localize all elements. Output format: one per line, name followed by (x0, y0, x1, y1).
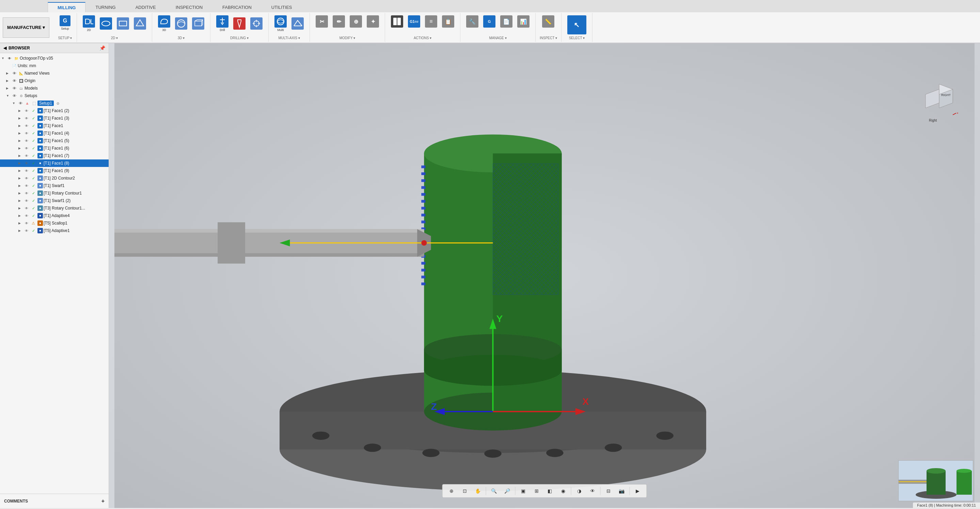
item-eye-6[interactable]: 👁 (24, 153, 29, 158)
actions-3[interactable]: ≡ (423, 14, 439, 29)
item-expand-12[interactable]: ▶ (18, 199, 23, 203)
modify-scissors[interactable]: ✂ (314, 14, 329, 29)
tree-item-8[interactable]: ▶ 👁 ✓ ■ [T1] Face1 (9) (0, 167, 109, 174)
browser-collapse-icon[interactable]: ◀ (3, 46, 6, 50)
item-eye-13[interactable]: 👁 (24, 206, 29, 211)
2d-3-button[interactable] (115, 16, 131, 31)
tree-units[interactable]: 📄 Units: mm (0, 62, 109, 70)
zoom-fit-button[interactable]: 🔎 (501, 486, 514, 496)
item-eye-2[interactable]: 👁 (24, 123, 29, 128)
origin-eye[interactable]: 👁 (11, 78, 17, 83)
tree-item-0[interactable]: ▶ 👁 ✓ ■ [T1] Face1 (2) (0, 107, 109, 115)
item-eye-1[interactable]: 👁 (24, 115, 29, 121)
tree-named-views[interactable]: ▶ 👁 📐 Named Views (0, 70, 109, 77)
tree-item-11[interactable]: ▶ 👁 ✓ ■ [T1] Rotary Contour1 (0, 190, 109, 197)
display-settings-button[interactable]: ◧ (544, 486, 556, 496)
tree-item-13[interactable]: ▶ 👁 ✓ ■ [T3] Rotary Contour1... (0, 204, 109, 212)
tree-item-5[interactable]: ▶ 👁 ✓ ■ [T1] Face1 (6) (0, 144, 109, 152)
drilling-3-button[interactable] (248, 16, 264, 31)
more-tools-button[interactable]: ▶ (632, 486, 644, 496)
tree-item-4[interactable]: ▶ 👁 ✓ ■ [T1] Face1 (5) (0, 137, 109, 144)
item-expand-2[interactable]: ▶ (18, 124, 23, 128)
item-eye-9[interactable]: 👁 (24, 176, 29, 181)
actions-4[interactable]: 📋 (440, 14, 456, 29)
item-expand-15[interactable]: ▶ (18, 222, 23, 225)
models-eye[interactable]: 👁 (11, 86, 17, 91)
pan-button[interactable]: ⊡ (459, 486, 471, 496)
item-expand-5[interactable]: ▶ (18, 147, 23, 150)
manage-4[interactable]: 📊 (515, 14, 531, 29)
tree-item-6[interactable]: ▶ 👁 ✓ ■ [T1] Face1 (7) (0, 152, 109, 160)
tree-models[interactable]: ▶ 👁 🗂 Models (0, 85, 109, 92)
manufacture-button[interactable]: MANUFACTURE ▾ (3, 18, 49, 38)
view-cube[interactable]: RIGHT Right x (919, 77, 959, 118)
item-eye-5[interactable]: 👁 (24, 145, 29, 151)
item-eye-0[interactable]: 👁 (24, 108, 29, 113)
item-expand-0[interactable]: ▶ (18, 109, 23, 112)
zoom-button[interactable]: 🔍 (488, 486, 500, 496)
item-expand-3[interactable]: ▶ (18, 131, 23, 135)
manage-1[interactable]: 🔧 (465, 14, 480, 29)
item-eye-11[interactable]: 👁 (24, 190, 29, 196)
origin-expand[interactable]: ▶ (6, 79, 11, 83)
setup1-expand[interactable]: ▼ (12, 102, 17, 105)
tree-setups[interactable]: ▼ 👁 ⚙ Setups (0, 92, 109, 99)
models-expand[interactable]: ▶ (6, 86, 11, 90)
3d-3-button[interactable] (190, 16, 206, 31)
setup1-extra[interactable]: ⊙ (55, 101, 60, 106)
tab-milling[interactable]: MILLING (48, 2, 86, 12)
tree-item-12[interactable]: ▶ 👁 ✓ ■ [T1] Swarf1 (2) (0, 197, 109, 204)
tree-item-2[interactable]: ▶ 👁 ✓ ■ [T1] Face1 (0, 122, 109, 129)
drilling-2-button[interactable] (232, 16, 247, 31)
root-expand[interactable]: ▼ (2, 57, 6, 60)
tab-utilities[interactable]: UTILITIES (261, 2, 302, 12)
setup-button[interactable]: G Setup (57, 14, 73, 31)
item-eye-16[interactable]: 👁 (24, 228, 29, 233)
setups-expand[interactable]: ▼ (6, 94, 11, 97)
tree-item-3[interactable]: ▶ 👁 ✓ ■ [T1] Face1 (4) (0, 129, 109, 137)
item-expand-1[interactable]: ▶ (18, 116, 23, 120)
shadow-button[interactable]: ◑ (573, 486, 585, 496)
item-eye-4[interactable]: 👁 (24, 138, 29, 144)
tab-inspection[interactable]: INSPECTION (166, 2, 213, 12)
item-eye-8[interactable]: 👁 (24, 168, 29, 174)
item-expand-8[interactable]: ▶ (18, 169, 23, 172)
actions-2[interactable]: G1G2 (406, 14, 422, 29)
camera-button[interactable]: 📷 (616, 486, 628, 496)
item-expand-6[interactable]: ▶ (18, 154, 23, 157)
tree-origin[interactable]: ▶ 👁 🔲 Origin (0, 77, 109, 85)
viewport[interactable]: RIGHT Right x (109, 43, 980, 508)
browser-pin-icon[interactable]: 📌 (99, 45, 105, 51)
comments-add-icon[interactable]: + (102, 498, 105, 504)
actions-1[interactable] (389, 14, 405, 29)
item-expand-10[interactable]: ▶ (18, 184, 23, 187)
item-eye-15[interactable]: 👁 (24, 220, 29, 226)
manage-3[interactable]: 📄 (498, 14, 514, 29)
manage-2[interactable]: G (482, 14, 497, 29)
setup1-eye[interactable]: 👁 (18, 101, 23, 106)
drilling-button[interactable]: Drill (215, 14, 230, 33)
item-eye-7[interactable]: 👁 (24, 161, 29, 166)
item-expand-4[interactable]: ▶ (18, 139, 23, 142)
tree-item-16[interactable]: ▶ 👁 ✓ ■ [T5] Adaptive1 (0, 227, 109, 235)
item-eye-10[interactable]: 👁 (24, 183, 29, 188)
item-eye-3[interactable]: 👁 (24, 131, 29, 136)
modify-2[interactable]: ✏ (331, 14, 347, 29)
section-button[interactable]: ⊟ (602, 486, 615, 496)
multi-axis-button[interactable]: Multi (273, 14, 288, 33)
tree-item-1[interactable]: ▶ 👁 ✓ ■ [T1] Face1 (3) (0, 115, 109, 122)
item-expand-11[interactable]: ▶ (18, 191, 23, 195)
show-hide-button[interactable]: 👁 (586, 486, 599, 496)
item-expand-13[interactable]: ▶ (18, 206, 23, 210)
wireframe-button[interactable]: ▣ (517, 486, 530, 496)
nav-button-1[interactable]: ⊕ (445, 486, 458, 496)
orbit-button[interactable]: ✋ (472, 486, 484, 496)
tree-item-14[interactable]: ▶ 👁 ✓ ■ [T1] Adaptive4 (0, 212, 109, 219)
modify-3[interactable]: ⊕ (348, 14, 364, 29)
named-views-expand[interactable]: ▶ (6, 72, 11, 75)
3d-2-button[interactable] (173, 16, 189, 31)
tree-item-7[interactable]: ▶ 👁 ✓ ■ [T1] Face1 (8) (0, 160, 109, 167)
inspect-1[interactable]: 📏 (540, 14, 556, 29)
2d-2-button[interactable] (98, 16, 114, 31)
tree-item-10[interactable]: ▶ 👁 ✓ ■ [T1] Swarf1 (0, 182, 109, 190)
